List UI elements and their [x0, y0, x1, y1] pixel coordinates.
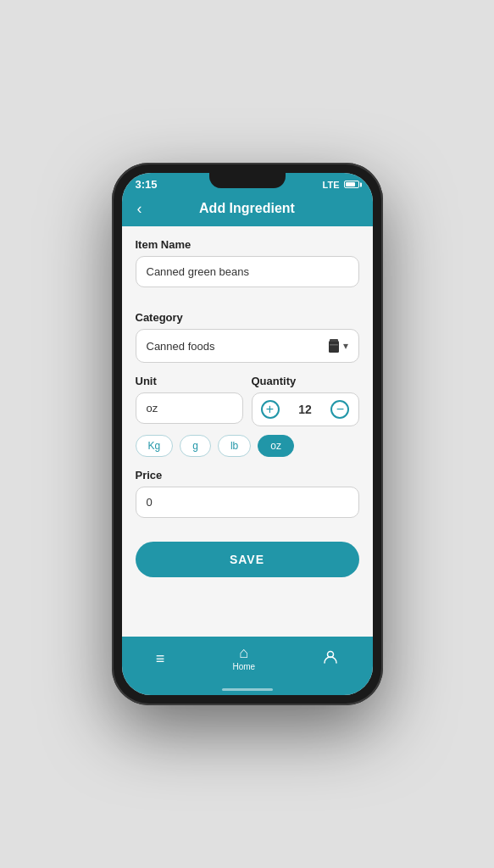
- nav-item-list[interactable]: ≡: [142, 649, 179, 668]
- status-time: 3:15: [136, 178, 158, 191]
- category-value: Canned foods: [147, 340, 215, 353]
- item-name-label: Item Name: [136, 238, 359, 251]
- nav-item-profile[interactable]: [309, 648, 352, 669]
- can-icon: [328, 338, 340, 353]
- home-indicator: [122, 683, 373, 695]
- unit-pill-kg[interactable]: Kg: [136, 435, 174, 457]
- battery-body: [344, 181, 359, 188]
- back-button[interactable]: ‹: [134, 197, 146, 221]
- svg-rect-0: [329, 341, 339, 353]
- unit-pills: Kg g lb oz: [136, 435, 359, 457]
- chevron-down-icon: ▾: [343, 340, 348, 352]
- qty-increase-button[interactable]: +: [261, 400, 280, 419]
- svg-rect-2: [330, 344, 338, 346]
- battery-icon: [344, 181, 359, 188]
- list-icon: ≡: [156, 651, 165, 666]
- profile-icon: [323, 649, 338, 667]
- unit-label: Unit: [136, 375, 243, 387]
- nav-item-home[interactable]: ⌂ Home: [219, 643, 269, 673]
- unit-input[interactable]: [136, 392, 243, 424]
- home-bar: [222, 688, 273, 691]
- category-dropdown[interactable]: Canned foods ▾: [136, 329, 359, 363]
- home-icon: ⌂: [239, 645, 248, 660]
- qty-value: 12: [298, 403, 312, 416]
- notch: [209, 173, 286, 188]
- qty-control: + 12 −: [252, 392, 359, 426]
- app-header: ‹ Add Ingredient: [122, 194, 373, 226]
- lte-label: LTE: [323, 180, 340, 190]
- content-area: Item Name Category Canned foods: [122, 226, 373, 637]
- battery-fill: [346, 182, 355, 186]
- qty-section: Quantity + 12 −: [252, 375, 359, 426]
- phone-screen: 3:15 LTE ‹ Add Ingredient Item Name: [122, 173, 373, 695]
- svg-rect-1: [330, 339, 338, 342]
- price-label: Price: [136, 469, 359, 481]
- unit-qty-row: Unit Quantity + 12 −: [136, 375, 359, 426]
- category-right: ▾: [328, 338, 348, 353]
- status-right: LTE: [323, 180, 359, 190]
- category-label: Category: [136, 311, 359, 324]
- item-name-section: Item Name: [136, 238, 359, 299]
- header-title: Add Ingredient: [199, 201, 295, 216]
- save-button[interactable]: SAVE: [136, 542, 359, 577]
- item-name-input[interactable]: [136, 256, 359, 287]
- qty-label: Quantity: [252, 375, 359, 387]
- home-label: Home: [232, 662, 255, 671]
- unit-section: Unit: [136, 375, 243, 426]
- unit-pill-oz[interactable]: oz: [258, 435, 294, 457]
- bottom-nav: ≡ ⌂ Home: [122, 637, 373, 683]
- unit-pill-g[interactable]: g: [180, 435, 211, 457]
- category-left: Canned foods: [147, 340, 215, 353]
- qty-decrease-button[interactable]: −: [330, 400, 349, 419]
- category-section: Category Canned foods ▾: [136, 311, 359, 363]
- unit-pill-lb[interactable]: lb: [218, 435, 251, 457]
- price-input[interactable]: [136, 487, 359, 518]
- price-section: Price: [136, 469, 359, 530]
- phone-frame: 3:15 LTE ‹ Add Ingredient Item Name: [112, 163, 383, 705]
